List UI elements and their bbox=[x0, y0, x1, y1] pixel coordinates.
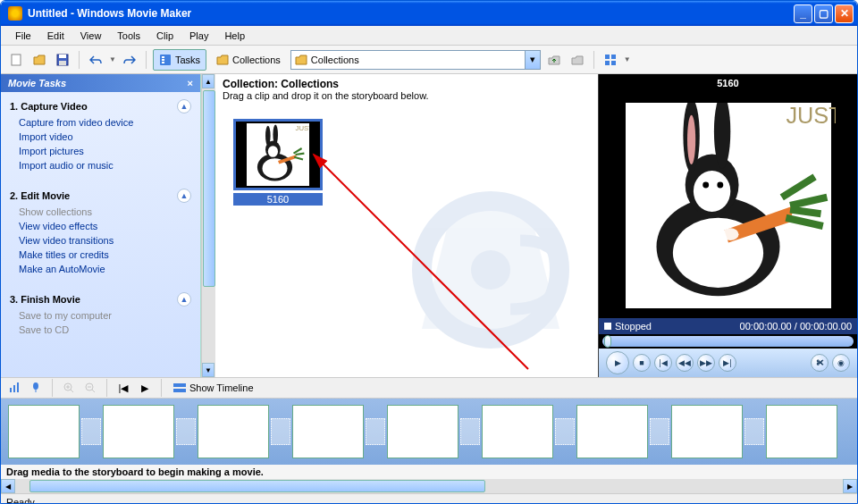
clip-label[interactable]: 5160 bbox=[233, 193, 323, 206]
transition-slot[interactable] bbox=[271, 418, 290, 445]
task-link[interactable]: View video effects bbox=[10, 219, 191, 233]
view-mode-button[interactable] bbox=[601, 50, 620, 70]
save-project-button[interactable] bbox=[53, 50, 72, 70]
svg-point-28 bbox=[693, 170, 729, 211]
forward-button[interactable]: ▶▶ bbox=[697, 354, 715, 372]
tasks-scrollbar[interactable]: ▲ ▼ bbox=[201, 74, 215, 377]
svg-rect-0 bbox=[12, 55, 21, 65]
svg-point-29 bbox=[702, 181, 709, 188]
svg-rect-47 bbox=[173, 383, 186, 387]
dropdown-arrow-icon[interactable]: ▾ bbox=[525, 51, 540, 69]
play-button[interactable]: ▶ bbox=[606, 351, 629, 374]
task-link[interactable]: Make titles or credits bbox=[10, 248, 191, 262]
storyboard-slot[interactable] bbox=[103, 405, 174, 458]
storyboard-slot[interactable] bbox=[671, 405, 743, 458]
zoom-out-button[interactable] bbox=[82, 380, 98, 396]
tasks-panel: Movie Tasks × 1. Capture Video▲Capture f… bbox=[1, 74, 201, 377]
chevron-up-icon[interactable]: ▲ bbox=[177, 189, 191, 203]
collections-toggle-button[interactable]: Collections bbox=[210, 49, 287, 71]
tasks-panel-header: Movie Tasks × bbox=[1, 74, 200, 92]
split-button[interactable]: ✀ bbox=[811, 354, 829, 372]
transition-slot[interactable] bbox=[81, 418, 101, 445]
storyboard-slot[interactable] bbox=[198, 405, 269, 458]
next-button[interactable]: ▶| bbox=[719, 354, 736, 372]
chevron-up-icon[interactable]: ▲ bbox=[177, 99, 191, 113]
task-link[interactable]: Make an AutoMovie bbox=[10, 262, 191, 276]
storyboard-slot[interactable] bbox=[8, 405, 80, 458]
menu-help[interactable]: Help bbox=[217, 29, 252, 43]
storyboard-slot[interactable] bbox=[292, 405, 364, 458]
clip-thumbnail[interactable]: JUST TO SAY bbox=[233, 119, 323, 190]
menu-view[interactable]: View bbox=[73, 29, 109, 43]
rewind-button[interactable]: ◀◀ bbox=[676, 354, 694, 372]
scroll-right-button[interactable]: ▶ bbox=[843, 479, 857, 493]
svg-line-45 bbox=[92, 390, 95, 392]
menu-edit[interactable]: Edit bbox=[40, 29, 72, 43]
new-collection-button[interactable] bbox=[568, 50, 587, 70]
collection-header: Collection: Collections Drag a clip and … bbox=[215, 74, 598, 105]
show-timeline-button[interactable]: Show Timeline bbox=[170, 380, 257, 396]
task-link[interactable]: Capture from video device bbox=[10, 115, 191, 130]
seekbar[interactable] bbox=[602, 336, 854, 347]
tasks-toggle-button[interactable]: Tasks bbox=[153, 49, 206, 71]
new-project-button[interactable] bbox=[6, 50, 26, 70]
transition-slot[interactable] bbox=[460, 418, 480, 445]
view-mode-dropdown-arrow[interactable]: ▼ bbox=[624, 55, 631, 63]
minimize-button[interactable]: _ bbox=[794, 4, 812, 23]
storyboard-slot[interactable] bbox=[387, 405, 458, 458]
toolbar: ▼ Tasks Collections Collections ▾ ▼ bbox=[1, 46, 857, 74]
task-link[interactable]: Import pictures bbox=[10, 144, 191, 158]
narrate-button[interactable] bbox=[28, 380, 44, 396]
bunny-preview-image: JUST TO SAY bbox=[621, 103, 836, 308]
storyboard-slot[interactable] bbox=[482, 405, 553, 458]
menu-play[interactable]: Play bbox=[182, 29, 215, 43]
transition-slot[interactable] bbox=[650, 418, 669, 445]
transition-slot[interactable] bbox=[176, 418, 196, 445]
storyboard[interactable] bbox=[1, 399, 857, 465]
task-link[interactable]: View video transitions bbox=[10, 233, 191, 248]
timeline-toolbar: |◀ ▶ Show Timeline bbox=[1, 377, 857, 399]
svg-point-21 bbox=[273, 124, 278, 144]
undo-dropdown-arrow[interactable]: ▼ bbox=[109, 55, 116, 63]
menu-tools[interactable]: Tools bbox=[110, 29, 147, 43]
svg-text:JUST TO SAY: JUST TO SAY bbox=[786, 103, 836, 128]
audio-levels-button[interactable] bbox=[6, 380, 22, 396]
timeline-rewind-button[interactable]: |◀ bbox=[115, 380, 131, 396]
transition-slot[interactable] bbox=[366, 418, 385, 445]
close-button[interactable]: ✕ bbox=[835, 4, 854, 23]
collections-dropdown[interactable]: Collections ▾ bbox=[290, 50, 541, 70]
prev-button[interactable]: |◀ bbox=[654, 354, 672, 372]
menu-clip[interactable]: Clip bbox=[149, 29, 181, 43]
timeline-play-button[interactable]: ▶ bbox=[137, 380, 153, 396]
task-link[interactable]: Import video bbox=[10, 130, 191, 144]
scroll-up-button[interactable]: ▲ bbox=[202, 74, 214, 88]
transition-slot[interactable] bbox=[744, 418, 764, 445]
seekbar-thumb[interactable] bbox=[604, 335, 611, 348]
scroll-left-button[interactable]: ◀ bbox=[1, 479, 15, 493]
open-project-button[interactable] bbox=[29, 50, 49, 70]
toolbar-separator bbox=[79, 51, 80, 69]
storyboard-scrollbar[interactable]: ◀ ▶ bbox=[1, 479, 857, 493]
scroll-down-button[interactable]: ▼ bbox=[202, 363, 214, 377]
maximize-button[interactable]: ▢ bbox=[814, 4, 833, 23]
toolbar-separator bbox=[52, 379, 53, 397]
svg-rect-2 bbox=[59, 55, 66, 58]
stop-button[interactable]: ■ bbox=[633, 354, 651, 372]
menu-file[interactable]: File bbox=[8, 29, 38, 43]
task-link[interactable]: Import audio or music bbox=[10, 158, 191, 172]
scrollbar-thumb[interactable] bbox=[29, 480, 485, 492]
undo-button[interactable] bbox=[86, 50, 105, 70]
storyboard-slot[interactable] bbox=[766, 405, 837, 458]
toolbar-separator bbox=[593, 51, 594, 69]
zoom-in-button[interactable] bbox=[61, 380, 77, 396]
transition-slot[interactable] bbox=[555, 418, 575, 445]
main-area: Movie Tasks × 1. Capture Video▲Capture f… bbox=[1, 74, 857, 377]
snapshot-button[interactable]: ◉ bbox=[832, 354, 850, 372]
up-folder-button[interactable] bbox=[544, 50, 564, 70]
tasks-panel-close-button[interactable]: × bbox=[188, 78, 193, 88]
svg-line-41 bbox=[71, 390, 73, 392]
redo-button[interactable] bbox=[120, 50, 139, 70]
chevron-up-icon[interactable]: ▲ bbox=[177, 292, 191, 307]
storyboard-slot[interactable] bbox=[576, 405, 648, 458]
scrollbar-thumb[interactable] bbox=[203, 90, 215, 287]
